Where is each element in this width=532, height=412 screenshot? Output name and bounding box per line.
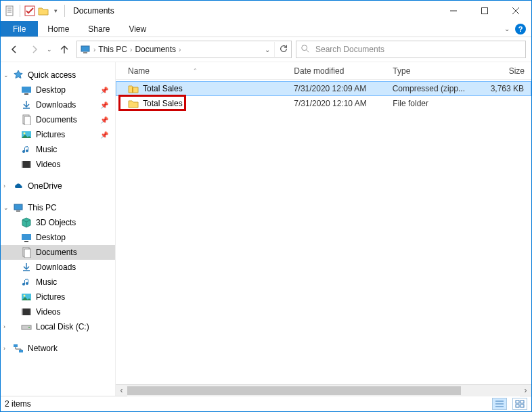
nav-downloads[interactable]: Downloads 📌 <box>1 97 115 112</box>
nav-desktop-pc[interactable]: Desktop <box>1 230 115 245</box>
chevron-right-icon[interactable]: › <box>130 46 132 53</box>
nav-pictures-pc[interactable]: Pictures <box>1 290 115 304</box>
nav-videos-pc[interactable]: Videos <box>1 304 115 319</box>
collapse-icon[interactable]: ⌄ <box>3 204 9 211</box>
pin-icon: 📌 <box>100 116 111 124</box>
column-date[interactable]: Date modified <box>294 66 393 76</box>
nav-documents-pc[interactable]: Documents <box>1 245 115 260</box>
collapse-icon[interactable]: ⌄ <box>3 72 9 78</box>
help-icon[interactable]: ? <box>515 24 526 35</box>
pin-icon: 📌 <box>100 101 111 109</box>
nav-desktop[interactable]: Desktop 📌 <box>1 83 115 97</box>
checkbox-icon[interactable] <box>24 5 35 16</box>
expand-icon[interactable]: › <box>3 323 5 330</box>
file-date: 7/31/2020 12:09 AM <box>294 84 393 93</box>
svg-rect-31 <box>22 308 23 315</box>
file-row[interactable]: Total Sales7/31/2020 12:09 AMCompressed … <box>116 81 531 96</box>
nav-music[interactable]: Music <box>1 142 115 157</box>
svg-rect-19 <box>22 161 31 168</box>
thumbnails-view-button[interactable] <box>512 398 527 410</box>
nav-quick-access[interactable]: ⌄ Quick access <box>1 68 115 83</box>
svg-rect-24 <box>22 234 31 240</box>
cube-icon <box>21 217 32 228</box>
svg-rect-9 <box>81 46 89 51</box>
search-icon <box>301 44 310 55</box>
forward-button[interactable] <box>26 41 43 58</box>
svg-point-11 <box>302 45 307 50</box>
downloads-icon <box>21 262 32 273</box>
search-box[interactable] <box>296 41 526 58</box>
column-type[interactable]: Type <box>393 66 479 76</box>
back-button[interactable] <box>6 41 22 58</box>
tab-share[interactable]: Share <box>79 21 119 37</box>
network-icon <box>13 343 24 354</box>
svg-rect-6 <box>482 8 488 14</box>
nav-videos[interactable]: Videos <box>1 157 115 172</box>
scroll-right-button[interactable]: › <box>520 385 531 396</box>
breadcrumb-this-pc[interactable]: This PC <box>98 45 127 54</box>
chevron-right-icon[interactable]: › <box>93 46 95 53</box>
nav-this-pc[interactable]: ⌄ This PC <box>1 200 115 215</box>
svg-rect-13 <box>22 87 31 93</box>
onedrive-icon <box>13 181 24 191</box>
nav-music-pc[interactable]: Music <box>1 275 115 290</box>
svg-rect-20 <box>22 161 23 168</box>
folder-qat-icon[interactable] <box>38 5 49 16</box>
expand-icon[interactable]: › <box>3 183 5 189</box>
svg-rect-0 <box>6 6 13 16</box>
file-date: 7/31/2020 12:10 AM <box>294 99 393 108</box>
tab-home[interactable]: Home <box>38 21 79 37</box>
drive-icon <box>21 321 32 332</box>
breadcrumb-documents[interactable]: Documents <box>135 45 176 54</box>
horizontal-scrollbar[interactable]: ‹ › <box>116 384 531 396</box>
nav-local-disk[interactable]: › Local Disk (C:) <box>1 319 115 334</box>
music-icon <box>21 144 32 155</box>
scroll-thumb[interactable] <box>127 386 461 395</box>
address-bar[interactable]: › This PC › Documents › ⌄ <box>76 41 292 58</box>
file-type: Compressed (zipp... <box>393 84 478 93</box>
ribbon-expand-icon[interactable]: ⌄ <box>504 25 510 32</box>
nav-pictures[interactable]: Pictures 📌 <box>1 127 115 142</box>
svg-line-12 <box>307 49 309 52</box>
expand-icon[interactable]: › <box>3 345 5 352</box>
quick-access-toolbar: ▾ <box>1 5 66 17</box>
scroll-left-button[interactable]: ‹ <box>116 385 127 396</box>
window-title: Documents <box>66 6 438 16</box>
properties-icon[interactable] <box>5 5 16 16</box>
svg-rect-22 <box>14 204 22 210</box>
minimize-button[interactable] <box>438 1 469 21</box>
pictures-icon <box>21 292 32 302</box>
up-button[interactable] <box>56 41 72 58</box>
close-button[interactable] <box>500 1 531 21</box>
search-input[interactable] <box>314 44 521 55</box>
chevron-right-icon[interactable]: › <box>179 46 181 53</box>
pin-icon: 📌 <box>100 131 111 139</box>
pin-icon: 📌 <box>100 87 111 94</box>
tab-file[interactable]: File <box>1 21 38 37</box>
music-icon <box>21 277 32 288</box>
column-size[interactable]: Size <box>479 66 531 76</box>
column-name[interactable]: Name ⌃ <box>123 66 294 76</box>
content-pane: Name ⌃ Date modified Type Size Total Sal… <box>116 62 531 396</box>
tab-view[interactable]: View <box>119 21 156 37</box>
qat-dropdown-icon[interactable]: ▾ <box>51 7 60 14</box>
sort-asc-icon: ⌃ <box>193 68 198 74</box>
file-list[interactable]: Total Sales7/31/2020 12:09 AMCompressed … <box>116 80 531 384</box>
address-dropdown-icon[interactable]: ⌄ <box>265 46 270 53</box>
nav-downloads-pc[interactable]: Downloads <box>1 260 115 275</box>
svg-point-34 <box>28 327 30 328</box>
nav-onedrive[interactable]: › OneDrive <box>1 179 115 193</box>
nav-network[interactable]: › Network <box>1 341 115 356</box>
svg-rect-42 <box>520 400 524 403</box>
history-dropdown-icon[interactable]: ⌄ <box>47 46 52 53</box>
file-size: 3,763 KB <box>478 84 531 93</box>
svg-rect-14 <box>24 93 28 95</box>
nav-3d-objects[interactable]: 3D Objects <box>1 215 115 230</box>
ribbon-tabs: File Home Share View ⌄ ? <box>1 21 531 37</box>
nav-documents[interactable]: Documents 📌 <box>1 112 115 127</box>
svg-rect-37 <box>132 87 133 93</box>
refresh-button[interactable] <box>279 44 288 55</box>
maximize-button[interactable] <box>469 1 500 21</box>
file-row[interactable]: Total Sales7/31/2020 12:10 AMFile folder <box>116 96 531 111</box>
details-view-button[interactable] <box>492 398 507 410</box>
